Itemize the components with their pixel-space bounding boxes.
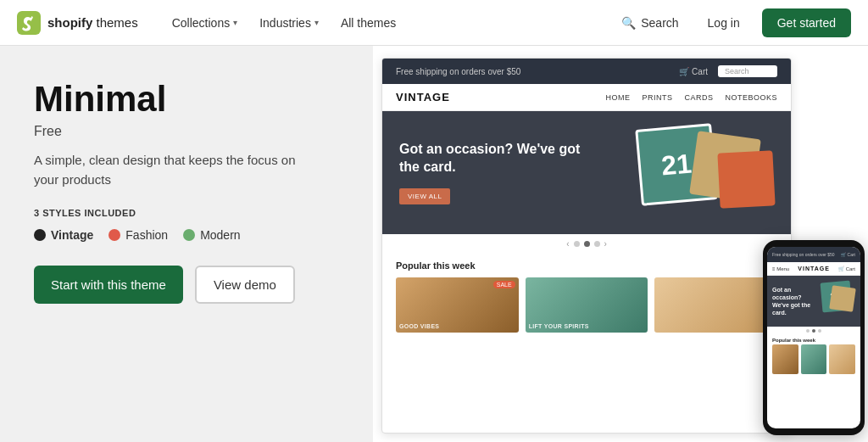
product-card-2: LIFT YOUR SPIRITS xyxy=(526,277,648,333)
dot-3[interactable] xyxy=(594,241,600,247)
store-nav: VINTAGE HOME PRINTS CARDS NOTEBOOKS xyxy=(382,84,791,111)
dot-2[interactable] xyxy=(584,241,590,247)
brand-name: shopify themes xyxy=(47,15,138,30)
style-vintage[interactable]: Vintage xyxy=(34,228,93,242)
store-topbar: Free shipping on orders over $50 🛒 Cart … xyxy=(382,59,791,84)
vintage-dot xyxy=(34,229,46,241)
mobile-menu-icon[interactable]: ≡ Menu xyxy=(772,266,789,271)
theme-info-panel: Minimal Free A simple, clean design that… xyxy=(0,46,373,442)
mobile-card-craft xyxy=(829,285,856,312)
store-search-box: Search xyxy=(718,65,777,77)
store-shipping-text: Free shipping on orders over $50 xyxy=(396,67,520,76)
prev-arrow: ‹ xyxy=(566,239,569,249)
card-stack: 21 xyxy=(613,118,782,228)
mobile-popular-title: Popular this week xyxy=(767,335,860,344)
hero-text-area: Got an occasion? We've got the card. VIE… xyxy=(399,141,586,204)
styles-list: Vintage Fashion Modern xyxy=(34,228,339,242)
action-buttons: Start with this theme View demo xyxy=(34,266,339,304)
product-card-1: SALE GOOD VIBES xyxy=(396,277,519,333)
mobile-carousel-dots xyxy=(767,327,860,335)
mobile-card-stack: 21 xyxy=(817,280,855,322)
collections-chevron-icon: ▾ xyxy=(233,18,237,27)
style-modern[interactable]: Modern xyxy=(183,228,240,242)
store-topbar-right: 🛒 Cart Search xyxy=(679,65,777,77)
product-label-2: LIFT YOUR SPIRITS xyxy=(529,323,589,329)
store-cart-icon: 🛒 Cart xyxy=(679,67,708,76)
mobile-nav: ≡ Menu VINTAGE 🛒 Cart xyxy=(767,262,860,276)
brand-logo[interactable]: shopify themes xyxy=(17,11,138,35)
mobile-hero-headline: Got an occasion? We've got the card. xyxy=(772,286,817,316)
mobile-cart-button[interactable]: 🛒 Cart xyxy=(838,266,855,271)
mobile-store-logo: VINTAGE xyxy=(798,266,830,271)
mobile-product-1 xyxy=(772,344,798,374)
view-demo-button[interactable]: View demo xyxy=(195,266,295,304)
preview-container: Free shipping on orders over $50 🛒 Cart … xyxy=(373,46,868,442)
mobile-product-2 xyxy=(801,344,827,374)
collections-nav-link[interactable]: Collections ▾ xyxy=(164,11,246,35)
popular-title: Popular this week xyxy=(396,260,777,271)
product-label-1: GOOD VIBES xyxy=(399,323,439,329)
next-arrow: › xyxy=(604,239,607,249)
mobile-topbar: Free shipping on orders over $50 🛒 Cart xyxy=(767,247,860,262)
store-hero: Got an occasion? We've got the card. VIE… xyxy=(382,111,791,234)
main-content: Minimal Free A simple, clean design that… xyxy=(0,46,868,442)
store-nav-notebooks: NOTEBOOKS xyxy=(725,93,777,102)
theme-description: A simple, clean design that keeps the fo… xyxy=(34,151,322,189)
store-nav-home: HOME xyxy=(605,93,630,102)
nav-right: 🔍 Search Log in Get started xyxy=(615,8,851,37)
shopify-icon xyxy=(17,11,41,35)
products-row: SALE GOOD VIBES LIFT YOUR SPIRITS xyxy=(396,277,777,333)
mobile-products-row xyxy=(767,344,860,374)
m-dot-1[interactable] xyxy=(806,329,810,333)
mobile-topbar-text: Free shipping on orders over $50 xyxy=(772,252,835,257)
industries-chevron-icon: ▾ xyxy=(314,18,319,27)
fashion-dot xyxy=(108,229,120,241)
dot-1[interactable] xyxy=(574,241,580,247)
theme-title: Minimal xyxy=(34,80,339,119)
hero-headline: Got an occasion? We've got the card. xyxy=(399,141,586,176)
theme-price: Free xyxy=(34,124,339,139)
industries-nav-link[interactable]: Industries ▾ xyxy=(251,11,327,35)
svg-rect-0 xyxy=(17,11,41,35)
style-fashion[interactable]: Fashion xyxy=(108,228,168,242)
preview-panel: Free shipping on orders over $50 🛒 Cart … xyxy=(373,46,868,442)
mobile-inner: Free shipping on orders over $50 🛒 Cart … xyxy=(767,247,860,428)
store-popular-section: Popular this week SALE GOOD VIBES LIFT Y… xyxy=(382,254,791,339)
carousel-dots: ‹ › xyxy=(382,234,791,254)
start-theme-button[interactable]: Start with this theme xyxy=(34,266,183,304)
nav-links: Collections ▾ Industries ▾ All themes xyxy=(164,11,615,35)
mobile-preview: Free shipping on orders over $50 🛒 Cart … xyxy=(763,240,865,435)
search-button[interactable]: 🔍 Search xyxy=(615,11,685,35)
product-card-3 xyxy=(654,277,777,333)
modern-dot xyxy=(183,229,195,241)
get-started-button[interactable]: Get started xyxy=(762,8,851,37)
store-nav-prints: PRINTS xyxy=(642,93,672,102)
mobile-topbar-right: 🛒 Cart xyxy=(841,252,855,257)
hero-view-all-button[interactable]: VIEW ALL xyxy=(399,188,450,204)
styles-heading: 3 STYLES INCLUDED xyxy=(34,208,339,218)
product-badge-1: SALE xyxy=(493,281,515,288)
search-icon: 🔍 xyxy=(621,16,636,30)
store-logo: VINTAGE xyxy=(396,91,450,104)
all-themes-nav-link[interactable]: All themes xyxy=(332,11,404,35)
card-forgot xyxy=(717,150,775,208)
login-button[interactable]: Log in xyxy=(699,11,748,35)
style-modern-label: Modern xyxy=(200,228,240,242)
mobile-hero: Got an occasion? We've got the card. 21 xyxy=(767,276,860,327)
mobile-product-3 xyxy=(829,344,855,374)
m-dot-2[interactable] xyxy=(812,329,815,333)
navbar: shopify themes Collections ▾ Industries … xyxy=(0,0,868,46)
mobile-cart-topbar: 🛒 Cart xyxy=(841,252,855,257)
store-nav-links: HOME PRINTS CARDS NOTEBOOKS xyxy=(605,93,777,102)
style-vintage-label: Vintage xyxy=(51,228,93,242)
hero-card-decoration: 21 xyxy=(596,111,791,234)
style-fashion-label: Fashion xyxy=(125,228,168,242)
store-nav-cards: CARDS xyxy=(684,93,713,102)
m-dot-3[interactable] xyxy=(818,329,821,333)
desktop-preview: Free shipping on orders over $50 🛒 Cart … xyxy=(381,58,792,434)
